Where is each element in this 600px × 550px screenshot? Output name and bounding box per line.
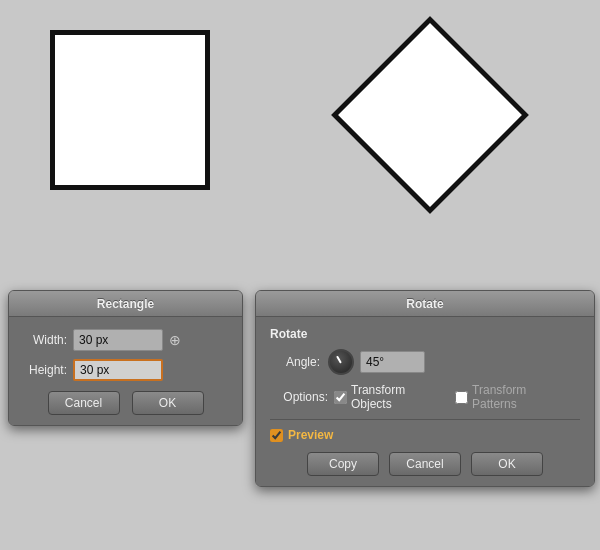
transform-objects-label[interactable]: Transform Objects	[334, 383, 443, 411]
width-input[interactable]	[73, 329, 163, 351]
options-row: Options: Transform Objects Transform Pat…	[270, 383, 580, 411]
height-label: Height:	[19, 363, 67, 377]
rotate-cancel-button[interactable]: Cancel	[389, 452, 461, 476]
options-label: Options:	[270, 390, 328, 404]
rectangle-cancel-button[interactable]: Cancel	[48, 391, 120, 415]
angle-label: Angle:	[270, 355, 320, 369]
rotate-section-label: Rotate	[270, 327, 580, 341]
angle-dial	[328, 349, 354, 375]
diamond-wrapper	[330, 15, 530, 215]
angle-input[interactable]	[360, 351, 425, 373]
rectangle-dialog: Rectangle Width: ⊕ Height: Cancel OK	[8, 290, 243, 426]
width-label: Width:	[19, 333, 67, 347]
link-icon: ⊕	[169, 332, 181, 348]
preview-label[interactable]: Preview	[270, 428, 333, 442]
preview-checkbox[interactable]	[270, 429, 283, 442]
transform-patterns-checkbox[interactable]	[455, 391, 468, 404]
canvas-area	[0, 0, 600, 290]
rotate-dialog: Rotate Rotate Angle: Options: Transform …	[255, 290, 595, 487]
rotate-ok-button[interactable]: OK	[471, 452, 543, 476]
rotate-dialog-body: Rotate Angle: Options: Transform Objects…	[256, 317, 594, 486]
rectangle-dialog-title: Rectangle	[9, 291, 242, 317]
height-row: Height:	[19, 359, 232, 381]
transform-patterns-label[interactable]: Transform Patterns	[455, 383, 568, 411]
square-shape	[50, 30, 210, 190]
dialogs-area: Rectangle Width: ⊕ Height: Cancel OK Rot…	[0, 290, 600, 550]
rotate-dialog-title: Rotate	[256, 291, 594, 317]
diamond-shape	[331, 16, 529, 214]
copy-button[interactable]: Copy	[307, 452, 379, 476]
preview-row: Preview	[270, 428, 580, 442]
height-input[interactable]	[73, 359, 163, 381]
divider	[270, 419, 580, 420]
width-row: Width: ⊕	[19, 329, 232, 351]
rectangle-dialog-body: Width: ⊕ Height: Cancel OK	[9, 317, 242, 425]
rectangle-ok-button[interactable]: OK	[132, 391, 204, 415]
rectangle-buttons: Cancel OK	[19, 391, 232, 415]
angle-row: Angle:	[270, 349, 580, 375]
rotate-buttons: Copy Cancel OK	[270, 452, 580, 476]
transform-objects-checkbox[interactable]	[334, 391, 347, 404]
